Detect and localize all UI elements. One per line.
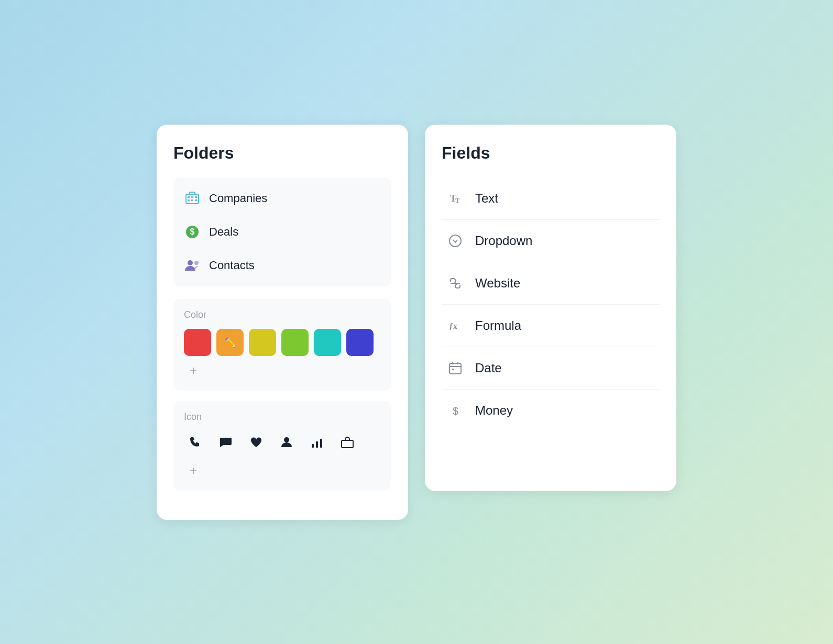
svg-point-10: [188, 260, 193, 265]
svg-rect-5: [191, 199, 193, 201]
svg-rect-7: [190, 192, 195, 195]
color-swatches: ✏️ +: [184, 329, 381, 380]
dropdown-field-label: Dropdown: [475, 234, 532, 248]
field-item-money[interactable]: $ Money: [442, 390, 660, 431]
formula-field-label: Formula: [475, 318, 521, 333]
deals-label: Deals: [209, 225, 238, 239]
person-icon-item[interactable]: [275, 431, 298, 454]
add-color-button[interactable]: +: [184, 361, 203, 380]
color-swatch-teal[interactable]: [314, 329, 341, 356]
svg-rect-26: [452, 369, 454, 370]
color-swatch-orange[interactable]: ✏️: [216, 329, 244, 356]
icon-section-label: Icon: [184, 412, 381, 423]
svg-rect-16: [342, 440, 353, 448]
svg-rect-3: [195, 196, 197, 198]
money-field-icon: $: [446, 401, 465, 420]
icon-swatches: +: [184, 431, 381, 480]
color-section: Color ✏️ +: [173, 299, 391, 391]
date-field-icon: [446, 359, 465, 377]
svg-rect-22: [450, 363, 461, 374]
field-item-formula[interactable]: ƒx Formula: [442, 305, 660, 347]
svg-rect-13: [312, 444, 314, 448]
chat-icon-item[interactable]: [214, 431, 237, 454]
phone-icon-item[interactable]: [184, 431, 207, 454]
field-item-text[interactable]: T T Text: [442, 177, 660, 220]
main-content: Folders Companies: [157, 125, 676, 520]
date-field-label: Date: [475, 361, 502, 375]
svg-rect-6: [195, 199, 197, 201]
folder-item-deals[interactable]: $ Deals: [173, 215, 391, 249]
svg-point-11: [194, 261, 199, 265]
website-field-icon: [446, 274, 465, 293]
folder-item-contacts[interactable]: Contacts: [173, 249, 391, 282]
svg-rect-0: [186, 194, 199, 204]
folder-item-companies[interactable]: Companies: [173, 182, 391, 215]
dropdown-field-icon: [446, 231, 465, 250]
svg-rect-14: [316, 441, 318, 448]
money-field-label: Money: [475, 403, 513, 418]
website-field-label: Website: [475, 276, 520, 291]
svg-rect-1: [188, 196, 190, 198]
contacts-label: Contacts: [209, 259, 255, 272]
color-swatch-green[interactable]: [281, 329, 309, 356]
field-item-date[interactable]: Date: [442, 347, 660, 390]
svg-point-12: [284, 437, 289, 442]
svg-text:$: $: [190, 227, 195, 236]
icon-section: Icon: [173, 401, 391, 491]
text-field-label: Text: [475, 191, 498, 206]
folder-list: Companies $ Deals: [173, 177, 391, 286]
companies-label: Companies: [209, 192, 267, 205]
color-section-label: Color: [184, 309, 381, 320]
svg-text:T: T: [455, 196, 460, 204]
color-swatch-blue[interactable]: [346, 329, 374, 356]
edit-icon: ✏️: [224, 337, 236, 348]
contacts-icon: [184, 257, 201, 274]
companies-icon: [184, 190, 201, 207]
deals-icon: $: [184, 224, 201, 240]
svg-rect-4: [188, 199, 190, 201]
add-icon-button[interactable]: +: [184, 461, 203, 480]
svg-text:$: $: [453, 405, 458, 417]
folders-card: Folders Companies: [157, 125, 408, 520]
color-swatch-red[interactable]: [184, 329, 211, 356]
briefcase-icon-item[interactable]: [336, 431, 359, 454]
fields-card: Fields T T Text: [425, 125, 676, 491]
svg-text:ƒx: ƒx: [449, 321, 457, 330]
svg-rect-15: [320, 439, 322, 448]
field-item-website[interactable]: Website: [442, 262, 660, 305]
fields-list: T T Text Dropdown: [442, 177, 660, 431]
folders-title: Folders: [173, 143, 391, 163]
svg-rect-2: [191, 196, 193, 198]
chart-icon-item[interactable]: [305, 431, 328, 454]
heart-icon-item[interactable]: [245, 431, 268, 454]
text-field-icon: T T: [446, 189, 465, 208]
fields-title: Fields: [442, 143, 660, 163]
svg-point-19: [450, 235, 461, 247]
formula-field-icon: ƒx: [446, 316, 465, 335]
field-item-dropdown[interactable]: Dropdown: [442, 220, 660, 262]
color-swatch-yellow[interactable]: [249, 329, 276, 356]
